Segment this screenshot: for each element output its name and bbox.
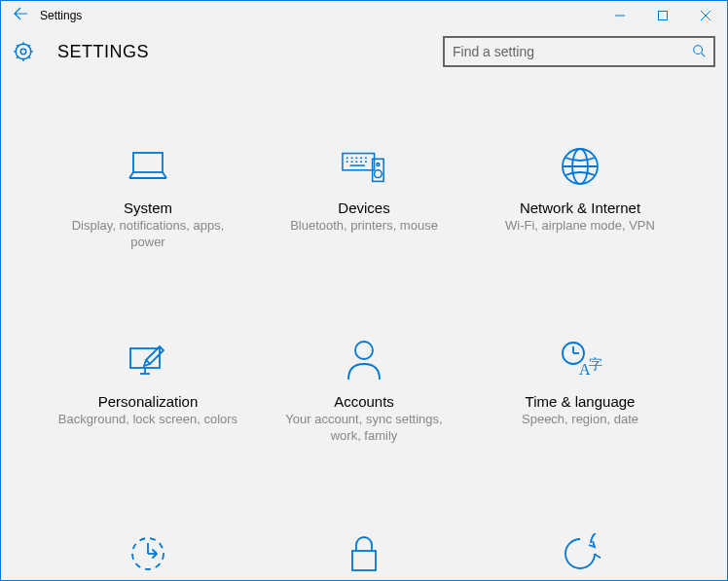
tile-desc: Bluetooth, printers, mouse xyxy=(282,218,446,235)
refresh-icon xyxy=(557,532,603,575)
clock-character-icon: A 字 xyxy=(557,339,603,381)
tile-system[interactable]: System Display, notifications, apps, pow… xyxy=(50,145,246,251)
back-button[interactable] xyxy=(1,6,40,25)
dashed-clock-icon xyxy=(125,532,171,575)
header: SETTINGS xyxy=(1,30,727,77)
search-icon xyxy=(692,44,706,60)
tile-title: Accounts xyxy=(334,393,394,410)
settings-gear-icon xyxy=(11,39,36,64)
window-title: Settings xyxy=(40,9,599,22)
tile-title: Personalization xyxy=(98,393,199,410)
tile-title: Devices xyxy=(338,200,389,216)
minimize-button[interactable] xyxy=(599,1,641,30)
svg-point-5 xyxy=(16,44,31,59)
settings-grid: System Display, notifications, apps, pow… xyxy=(1,77,727,580)
svg-text:字: 字 xyxy=(589,357,602,372)
lock-icon xyxy=(341,532,387,575)
svg-point-30 xyxy=(355,342,373,359)
tile-accounts[interactable]: Accounts Your account, sync settings, wo… xyxy=(266,339,462,445)
globe-icon xyxy=(557,145,603,188)
svg-point-23 xyxy=(375,170,382,178)
maximize-button[interactable] xyxy=(641,1,684,30)
tile-desc: Wi-Fi, airplane mode, VPN xyxy=(497,218,663,235)
monitor-pen-icon xyxy=(125,339,171,381)
svg-point-6 xyxy=(694,45,703,54)
tile-privacy[interactable] xyxy=(266,532,462,580)
svg-point-22 xyxy=(377,163,380,166)
tile-time-language[interactable]: A 字 Time & language Speech, region, date xyxy=(482,339,678,445)
tile-title: Network & Internet xyxy=(520,200,640,216)
tile-title: Time & language xyxy=(526,393,636,410)
titlebar: Settings xyxy=(1,1,727,30)
search-box[interactable] xyxy=(443,36,715,67)
svg-rect-39 xyxy=(352,551,376,570)
tile-network[interactable]: Network & Internet Wi-Fi, airplane mode,… xyxy=(482,145,678,251)
tile-desc: Background, lock screen, colors xyxy=(51,412,245,428)
svg-rect-8 xyxy=(133,153,163,172)
tile-desc: Your account, sync settings, work, famil… xyxy=(266,412,462,445)
keyboard-speaker-icon xyxy=(341,145,387,188)
tile-ease-of-access[interactable] xyxy=(50,532,246,580)
person-icon xyxy=(341,339,387,381)
search-input[interactable] xyxy=(453,44,692,59)
tile-devices[interactable]: Devices Bluetooth, printers, mouse xyxy=(266,145,462,251)
tile-update[interactable] xyxy=(482,532,678,580)
close-button[interactable] xyxy=(684,1,727,30)
laptop-icon xyxy=(125,145,171,188)
svg-line-7 xyxy=(702,53,706,56)
tile-desc: Display, notifications, apps, power xyxy=(50,218,246,251)
tile-desc: Speech, region, date xyxy=(514,412,646,428)
tile-title: System xyxy=(124,200,172,216)
svg-rect-1 xyxy=(659,12,668,20)
tile-personalization[interactable]: Personalization Background, lock screen,… xyxy=(50,339,246,445)
svg-point-4 xyxy=(20,49,26,54)
page-title: SETTINGS xyxy=(57,42,149,62)
window-controls xyxy=(599,1,727,30)
